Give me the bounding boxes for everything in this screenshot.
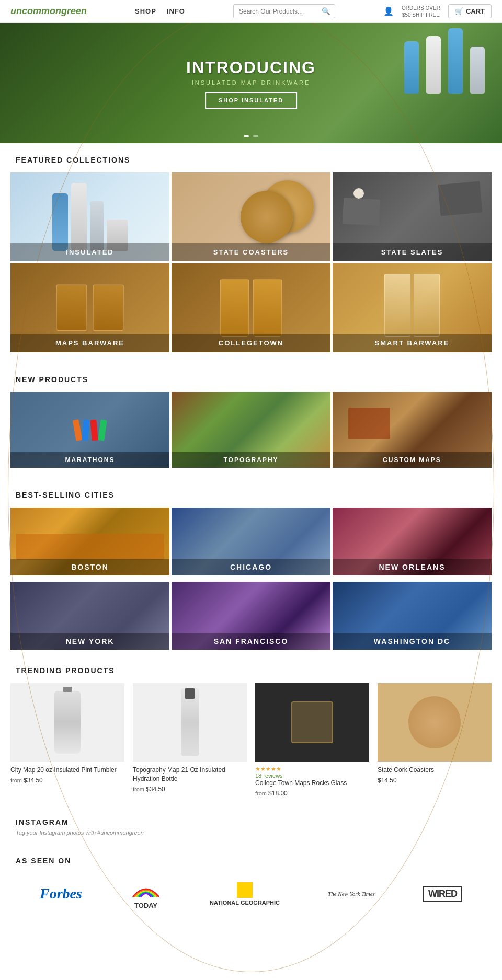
cork-coaster-shape [408,696,461,748]
nav-shop[interactable]: SHOP [135,7,156,15]
bottle-white-1 [426,36,441,94]
search-bar: 🔍 [233,4,335,18]
bottle-blue [404,41,419,94]
user-icon[interactable]: 👤 [383,6,394,16]
trending-coasters-img [378,683,492,762]
search-input[interactable] [234,5,317,18]
main-nav: SHOP INFO [135,7,185,15]
site-header: uncommongreen SHOP INFO 🔍 👤 ORDERS OVER … [0,0,502,23]
search-icon: 🔍 [322,7,330,15]
nav-info[interactable]: INFO [167,7,185,15]
cork-inner [378,683,492,762]
bottle-blue-2 [448,28,463,94]
logo-wired[interactable]: WIRED [423,886,462,902]
hero-bottles [403,28,486,94]
bottle-wide [470,47,485,94]
cart-button[interactable]: 🛒 CART [448,4,492,18]
forbes-text: Forbes [40,885,82,902]
orders-info: ORDERS OVER $50 SHIP FREE [402,5,440,18]
trending-item-coasters[interactable]: State Cork Coasters $14.50 [378,683,492,797]
wired-text: WIRED [423,886,462,902]
header-right: 👤 ORDERS OVER $50 SHIP FREE 🛒 CART [383,4,492,18]
search-button[interactable]: 🔍 [317,5,335,18]
cart-icon: 🛒 [455,7,463,15]
site-logo[interactable]: uncommongreen [10,6,87,17]
trending-products-section: TRENDING PRODUCTS City Map 20 oz Insulat… [0,654,502,808]
trending-grid: City Map 20 oz Insulated Pint Tumbler fr… [0,683,502,808]
logo-forbes[interactable]: Forbes [40,885,82,902]
